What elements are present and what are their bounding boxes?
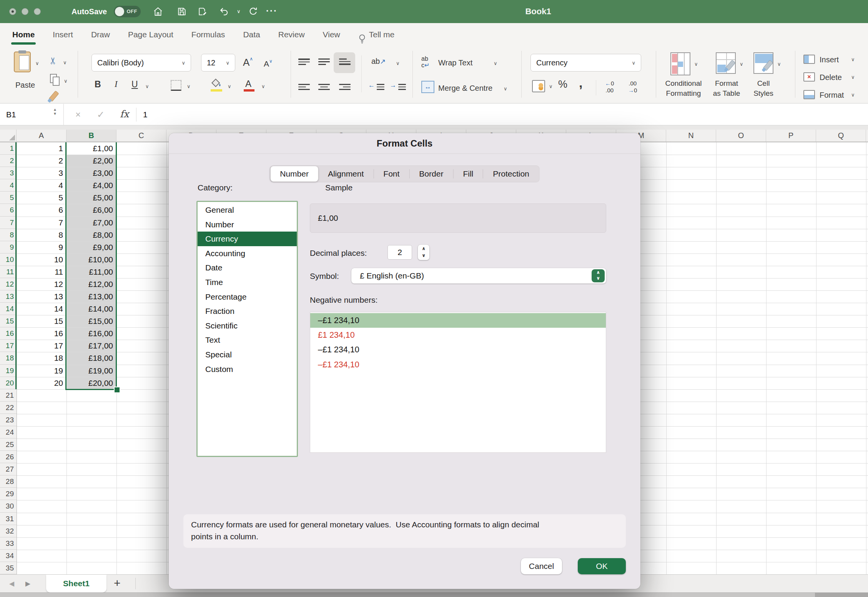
cell-A2[interactable]: 2 — [17, 155, 67, 167]
ribbon-tab-formulas[interactable]: Formulas — [191, 23, 225, 46]
next-sheet-icon[interactable]: ▶ — [25, 575, 30, 593]
format-chevron[interactable]: ∨ — [851, 92, 855, 97]
category-item-special[interactable]: Special — [198, 347, 297, 362]
cut-icon[interactable]: ✂ — [48, 57, 58, 65]
row-header-7[interactable]: 7 — [0, 217, 17, 229]
cell-A4[interactable]: 4 — [17, 179, 67, 192]
column-header-N[interactable]: N — [666, 130, 716, 142]
delete-cells-button[interactable]: Delete — [820, 73, 842, 82]
cell-A19[interactable]: 19 — [17, 365, 67, 377]
row-header-10[interactable]: 10 — [0, 253, 17, 266]
conditional-formatting-chevron[interactable]: ∨ — [694, 62, 698, 67]
cell-A6[interactable]: 6 — [17, 204, 67, 216]
category-item-number[interactable]: Number — [198, 217, 297, 232]
font-color-chevron[interactable]: ∨ — [261, 84, 265, 89]
row-header-20[interactable]: 20 — [0, 377, 17, 389]
column-header-Q[interactable]: Q — [816, 130, 866, 142]
percent-style-button[interactable]: % — [558, 78, 567, 90]
ribbon-tab-data[interactable]: Data — [243, 23, 260, 46]
wrap-text-chevron[interactable]: ∨ — [494, 61, 497, 66]
name-box[interactable]: B1 ▲▼ — [0, 104, 64, 125]
decrease-font-size-button[interactable]: A∨ — [264, 58, 273, 68]
category-item-scientific[interactable]: Scientific — [198, 319, 297, 333]
orientation-chevron[interactable]: ∨ — [396, 61, 400, 66]
category-item-custom[interactable]: Custom — [198, 362, 297, 377]
row-header-31[interactable]: 31 — [0, 513, 17, 525]
confirm-entry-icon[interactable]: ✓ — [97, 104, 105, 125]
column-header-P[interactable]: P — [766, 130, 816, 142]
decimal-places-input[interactable]: 2 — [387, 245, 412, 260]
increase-font-size-button[interactable]: A∧ — [243, 56, 253, 68]
row-header-5[interactable]: 5 — [0, 192, 17, 204]
ribbon-tab-page-layout[interactable]: Page Layout — [128, 23, 173, 46]
insert-cells-button[interactable]: Insert — [820, 55, 839, 64]
cell-A14[interactable]: 14 — [17, 303, 67, 315]
undo-menu-chevron[interactable]: ∨ — [237, 0, 241, 23]
row-header-16[interactable]: 16 — [0, 327, 17, 340]
row-header-26[interactable]: 26 — [0, 451, 17, 463]
negative-option-1[interactable]: –£1 234,10 — [310, 313, 606, 328]
dialog-tab-border[interactable]: Border — [409, 166, 453, 182]
align-middle-icon[interactable] — [318, 57, 330, 67]
ribbon-tab-home[interactable]: Home — [12, 23, 35, 46]
row-header-34[interactable]: 34 — [0, 550, 17, 562]
paste-clipboard-icon[interactable] — [14, 52, 31, 72]
cell-A11[interactable]: 11 — [17, 266, 67, 278]
row-header-35[interactable]: 35 — [0, 562, 17, 574]
negative-option-4[interactable]: –£1 234,10 — [310, 357, 606, 372]
paste-chevron[interactable]: ∨ — [35, 61, 39, 66]
delete-cells-icon[interactable]: × — [803, 72, 815, 82]
insert-function-icon[interactable]: fx — [120, 104, 129, 125]
decrease-decimal-button[interactable]: .00→0 — [628, 80, 637, 94]
bold-button[interactable]: B — [95, 79, 101, 90]
format-painter-icon[interactable] — [52, 91, 56, 102]
number-format-combo[interactable]: Currency ∨ — [530, 54, 641, 72]
cell-A16[interactable]: 16 — [17, 327, 67, 340]
cut-chevron[interactable]: ∨ — [63, 60, 67, 65]
category-item-text[interactable]: Text — [198, 333, 297, 347]
row-header-23[interactable]: 23 — [0, 414, 17, 426]
wrap-text-icon[interactable]: abc↵ — [421, 55, 429, 68]
merge-centre-icon[interactable]: ↔ — [421, 81, 434, 93]
negative-option-3[interactable]: –£1 234,10 — [310, 342, 606, 357]
undo-icon[interactable] — [219, 7, 229, 17]
category-item-currency[interactable]: Currency — [198, 232, 297, 246]
format-as-table-button[interactable]: Formatas Table — [713, 78, 740, 98]
row-header-27[interactable]: 27 — [0, 463, 17, 475]
merge-centre-button[interactable]: Merge & Centre — [438, 84, 492, 93]
cell-A13[interactable]: 13 — [17, 290, 67, 303]
copy-chevron[interactable]: ∨ — [64, 78, 68, 83]
row-header-1[interactable]: 1 — [0, 142, 17, 155]
row-header-19[interactable]: 19 — [0, 365, 17, 377]
zoom-window-button[interactable] — [34, 8, 41, 15]
fill-color-chevron[interactable]: ∨ — [228, 84, 231, 89]
add-sheet-button[interactable]: + — [114, 575, 121, 593]
row-header-22[interactable]: 22 — [0, 402, 17, 414]
stepper-up-icon[interactable]: ∧ — [418, 245, 429, 252]
cell-A20[interactable]: 20 — [17, 377, 67, 389]
horizontal-scrollbar-thumb[interactable] — [815, 593, 868, 597]
align-center-icon[interactable] — [318, 82, 330, 92]
row-header-3[interactable]: 3 — [0, 167, 17, 179]
column-header-A[interactable]: A — [17, 130, 67, 142]
ok-button[interactable]: OK — [578, 558, 626, 574]
dialog-tab-fill[interactable]: Fill — [453, 166, 483, 182]
ribbon-tab-review[interactable]: Review — [278, 23, 305, 46]
font-color-icon[interactable]: A — [245, 78, 251, 89]
category-item-percentage[interactable]: Percentage — [198, 290, 297, 304]
align-top-icon[interactable] — [298, 57, 310, 67]
home-icon[interactable] — [153, 7, 163, 17]
row-header-11[interactable]: 11 — [0, 266, 17, 278]
category-item-time[interactable]: Time — [198, 275, 297, 290]
row-header-28[interactable]: 28 — [0, 475, 17, 488]
ribbon-tab-tell-me[interactable]: Tell me — [358, 23, 395, 46]
row-header-21[interactable]: 21 — [0, 389, 17, 402]
close-window-button[interactable] — [9, 8, 16, 15]
underline-button[interactable]: U — [131, 79, 138, 90]
cell-A5[interactable]: 5 — [17, 192, 67, 204]
conditional-formatting-icon[interactable] — [670, 52, 690, 75]
row-header-30[interactable]: 30 — [0, 500, 17, 512]
stepper-down-icon[interactable]: ∨ — [418, 252, 429, 258]
row-header-17[interactable]: 17 — [0, 340, 17, 352]
row-header-2[interactable]: 2 — [0, 155, 17, 167]
